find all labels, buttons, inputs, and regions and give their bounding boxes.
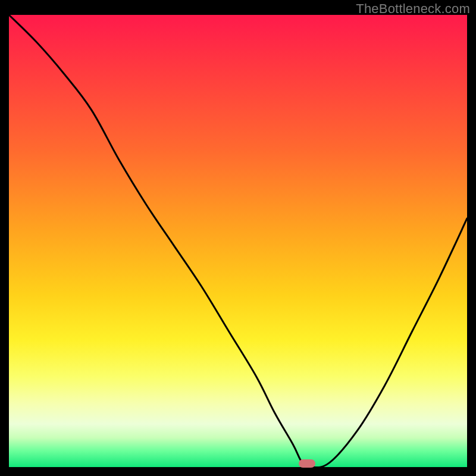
plot-area — [9, 15, 467, 467]
optimal-point-marker — [299, 459, 315, 468]
watermark-label: TheBottleneck.com — [356, 1, 470, 17]
chart-frame: TheBottleneck.com — [0, 0, 476, 476]
bottleneck-curve — [9, 15, 467, 467]
curve-path — [9, 15, 467, 467]
